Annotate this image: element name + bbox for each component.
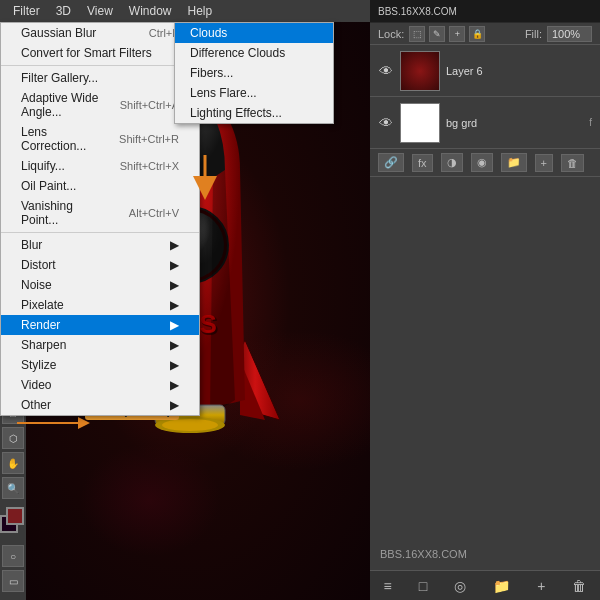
panel-bottom-icons: ≡ □ ◎ 📁 + 🗑 bbox=[370, 570, 600, 600]
dropdown-oil-paint[interactable]: Oil Paint... bbox=[1, 176, 199, 196]
right-panel: BBS.16XX8.COM Normal Opacity: Lock: ⬚ ✎ … bbox=[370, 0, 600, 600]
dropdown-sep1 bbox=[1, 65, 199, 66]
watermark: BBS.16XX8.COM bbox=[380, 548, 467, 560]
panel-icon-4[interactable]: 📁 bbox=[489, 574, 514, 598]
dropdown-noise[interactable]: Noise▶ bbox=[1, 275, 199, 295]
mask-icon[interactable]: ◑ bbox=[441, 153, 463, 172]
zoom-tool[interactable]: 🔍 bbox=[2, 477, 24, 499]
panel-lock-row: Lock: ⬚ ✎ + 🔒 Fill: bbox=[370, 23, 600, 45]
render-difference-clouds[interactable]: Difference Clouds bbox=[175, 43, 333, 63]
dropdown-sharpen[interactable]: Sharpen▶ bbox=[1, 335, 199, 355]
dropdown-distort[interactable]: Distort▶ bbox=[1, 255, 199, 275]
render-lighting-effects[interactable]: Lighting Effects... bbox=[175, 103, 333, 123]
dropdown-stylize[interactable]: Stylize▶ bbox=[1, 355, 199, 375]
fx-icon[interactable]: fx bbox=[412, 154, 433, 172]
render-clouds[interactable]: Clouds bbox=[175, 23, 333, 43]
menu-bar: Filter 3D View Window Help bbox=[0, 0, 370, 22]
bggrd-thumbnail bbox=[400, 103, 440, 143]
menu-help[interactable]: Help bbox=[180, 0, 221, 22]
fill-input[interactable] bbox=[547, 26, 592, 42]
lock-image-btn[interactable]: ✎ bbox=[429, 26, 445, 42]
quick-mask-tool[interactable]: ○ bbox=[2, 545, 24, 567]
bggrd-visibility[interactable]: 👁 bbox=[378, 115, 394, 131]
lock-icons: ⬚ ✎ + 🔒 bbox=[409, 26, 485, 42]
svg-point-9 bbox=[162, 419, 218, 431]
dropdown-liquify[interactable]: Liquify...Shift+Ctrl+X bbox=[1, 156, 199, 176]
panel-icon-2[interactable]: □ bbox=[415, 574, 431, 598]
panel-icon-1[interactable]: ≡ bbox=[380, 574, 396, 598]
dropdown-gaussian-blur[interactable]: Gaussian BlurCtrl+F bbox=[1, 23, 199, 43]
clouds-arrow bbox=[185, 150, 225, 200]
panel-icon-6[interactable]: 🗑 bbox=[568, 574, 590, 598]
menu-filter[interactable]: Filter bbox=[5, 0, 48, 22]
layer-6-item[interactable]: 👁 Layer 6 bbox=[370, 45, 600, 97]
adjustment-icon[interactable]: ◉ bbox=[471, 153, 493, 172]
layer-6-visibility[interactable]: 👁 bbox=[378, 63, 394, 79]
render-lens-flare[interactable]: Lens Flare... bbox=[175, 83, 333, 103]
foreground-color-swatch[interactable] bbox=[6, 507, 24, 525]
dropdown-adaptive[interactable]: Adaptive Wide Angle...Shift+Ctrl+A bbox=[1, 88, 199, 122]
delete-icon[interactable]: 🗑 bbox=[561, 154, 584, 172]
dropdown-vanishing-point[interactable]: Vanishing Point...Alt+Ctrl+V bbox=[1, 196, 199, 230]
dropdown-blur[interactable]: Blur▶ bbox=[1, 235, 199, 255]
menu-window[interactable]: Window bbox=[121, 0, 180, 22]
dropdown-lens-correction[interactable]: Lens Correction...Shift+Ctrl+R bbox=[1, 122, 199, 156]
panel-icon-row: 🔗 fx ◑ ◉ 📁 + 🗑 bbox=[370, 149, 600, 177]
canvas-area: BSS BSS Filter 3D View Window Help Gauss… bbox=[0, 0, 370, 600]
color-swatch-area bbox=[0, 507, 26, 537]
panel-icon-3[interactable]: ◎ bbox=[450, 574, 470, 598]
menu-view[interactable]: View bbox=[79, 0, 121, 22]
menu-3d[interactable]: 3D bbox=[48, 0, 79, 22]
dropdown-filter-gallery[interactable]: Filter Gallery... bbox=[1, 68, 199, 88]
panel-icon-5[interactable]: + bbox=[533, 574, 549, 598]
lock-label: Lock: bbox=[378, 28, 404, 40]
bggrd-name: bg grd bbox=[446, 117, 583, 129]
hand-tool[interactable]: ✋ bbox=[2, 452, 24, 474]
lock-position-btn[interactable]: + bbox=[449, 26, 465, 42]
lock-all-btn[interactable]: 🔒 bbox=[469, 26, 485, 42]
folder-icon[interactable]: 📁 bbox=[501, 153, 527, 172]
layer-6-thumbnail bbox=[400, 51, 440, 91]
ps-title-bar: BBS.16XX8.COM bbox=[370, 0, 600, 22]
render-submenu: Clouds Difference Clouds Fibers... Lens … bbox=[174, 22, 334, 124]
dropdown-other[interactable]: Other▶ bbox=[1, 395, 199, 415]
dropdown-video[interactable]: Video▶ bbox=[1, 375, 199, 395]
filter-dropdown: Gaussian BlurCtrl+F Convert for Smart Fi… bbox=[0, 22, 200, 416]
bggrd-extra: f bbox=[589, 117, 592, 128]
lock-transparent-btn[interactable]: ⬚ bbox=[409, 26, 425, 42]
dropdown-convert-smart[interactable]: Convert for Smart Filters bbox=[1, 43, 199, 63]
dropdown-sep2 bbox=[1, 232, 199, 233]
ps-title-text: BBS.16XX8.COM bbox=[378, 6, 457, 17]
screen-mode-tool[interactable]: ▭ bbox=[2, 570, 24, 592]
dropdown-pixelate[interactable]: Pixelate▶ bbox=[1, 295, 199, 315]
fill-label: Fill: bbox=[525, 28, 542, 40]
bggrd-layer-item[interactable]: 👁 bg grd f bbox=[370, 97, 600, 149]
layer-6-name: Layer 6 bbox=[446, 65, 592, 77]
dropdown-render[interactable]: Render▶ bbox=[1, 315, 199, 335]
render-fibers[interactable]: Fibers... bbox=[175, 63, 333, 83]
layer-group-icon[interactable]: + bbox=[535, 154, 553, 172]
link-icon[interactable]: 🔗 bbox=[378, 153, 404, 172]
